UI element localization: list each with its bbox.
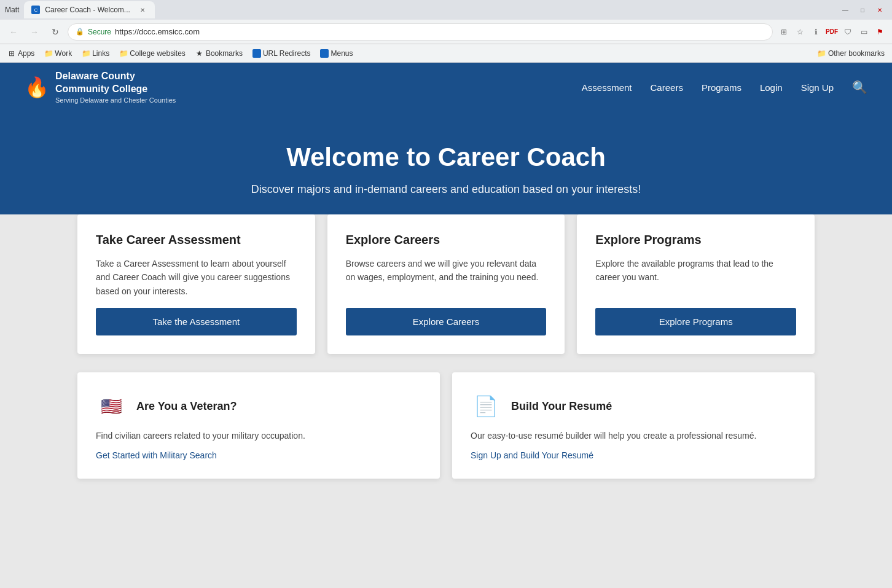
secure-icon: 🔒: [76, 28, 84, 36]
bookmark-links-label: Links: [92, 49, 109, 58]
url-redirects-icon: [252, 49, 261, 58]
forward-btn[interactable]: →: [26, 23, 43, 41]
info-btn[interactable]: ℹ: [808, 25, 823, 39]
bookmark-url-redirects-label: URL Redirects: [263, 49, 311, 58]
nav-menu: Assessment Careers Programs Login Sign U…: [582, 80, 867, 95]
bookmark-work[interactable]: 📁 Work: [42, 48, 74, 59]
apps-icon: ⊞: [7, 49, 16, 58]
shield-btn[interactable]: 🛡: [840, 25, 855, 39]
nav-login[interactable]: Login: [760, 82, 783, 93]
card-programs-title: Explore Programs: [595, 233, 796, 247]
work-folder-icon: 📁: [44, 49, 53, 58]
cards-grid: Take Career Assessment Take a Career Ass…: [77, 214, 815, 354]
hero-title: Welcome to Career Coach: [25, 143, 867, 172]
bookmark-url-redirects[interactable]: URL Redirects: [250, 48, 313, 59]
veteran-card: 🇺🇸 Are You a Veteran? Find civilian care…: [77, 372, 440, 478]
bookmark-work-label: Work: [55, 49, 72, 58]
card-careers-title: Explore Careers: [346, 233, 547, 247]
resume-card: 📄 Build Your Resumé Our easy-to-use resu…: [452, 372, 815, 478]
bottom-cards-grid: 🇺🇸 Are You a Veteran? Find civilian care…: [77, 372, 815, 478]
extensions-btn[interactable]: ⊞: [777, 25, 791, 39]
cards-section: Take Career Assessment Take a Career Ass…: [0, 214, 892, 354]
nav-careers[interactable]: Careers: [651, 82, 683, 93]
flag-btn[interactable]: ⚑: [872, 25, 887, 39]
tab-favicon: C: [31, 6, 40, 14]
bottom-cards-section: 🇺🇸 Are You a Veteran? Find civilian care…: [0, 354, 892, 503]
website: 🔥 Delaware County Community College Serv…: [0, 63, 892, 503]
reload-btn[interactable]: ↻: [47, 23, 64, 41]
card-programs-desc: Explore the available programs that lead…: [595, 257, 796, 298]
menus-icon: [320, 49, 329, 58]
bookmark-other-label: Other bookmarks: [828, 49, 885, 58]
bookmark-star-btn[interactable]: ☆: [792, 25, 807, 39]
minimize-btn[interactable]: —: [838, 5, 853, 15]
pdf-btn[interactable]: PDF: [824, 25, 839, 39]
bookmark-links[interactable]: 📁 Links: [79, 48, 112, 59]
college-name-line2: Community College: [55, 83, 176, 96]
logo-area: 🔥 Delaware County Community College Serv…: [25, 70, 176, 104]
logo-text: Delaware County Community College Servin…: [55, 70, 176, 104]
resume-card-desc: Our easy-to-use resumé builder will help…: [471, 429, 796, 442]
address-bar: ← → ↻ 🔒 Secure https://dccc.emsicc.com ⊞…: [0, 20, 892, 44]
page-content: 🔥 Delaware County Community College Serv…: [0, 63, 892, 588]
bookmark-menus[interactable]: Menus: [318, 48, 355, 59]
title-bar: Matt C Career Coach - Welcom... ✕ — □ ✕: [0, 0, 892, 20]
window-controls: — □ ✕: [838, 5, 887, 15]
card-careers-desc: Browse careers and we will give you rele…: [346, 257, 547, 298]
veteran-card-header: 🇺🇸 Are You a Veteran?: [96, 391, 421, 421]
card-programs: Explore Programs Explore the available p…: [577, 214, 815, 354]
bookmark-bookmarks-label: Bookmarks: [206, 49, 243, 58]
college-folder-icon: 📁: [119, 49, 128, 58]
bookmark-menus-label: Menus: [331, 49, 353, 58]
star-icon: ★: [195, 49, 204, 58]
document-icon: 📄: [471, 391, 501, 421]
college-serving: Serving Delaware and Chester Counties: [55, 96, 176, 104]
address-actions: ⊞ ☆ ℹ PDF 🛡 ▭ ⚑: [777, 25, 887, 39]
bookmark-other[interactable]: 📁 Other bookmarks: [815, 48, 887, 59]
secure-label: Secure: [88, 28, 111, 36]
url-bar[interactable]: 🔒 Secure https://dccc.emsicc.com: [68, 23, 773, 41]
site-header: 🔥 Delaware County Community College Serv…: [0, 63, 892, 112]
hero-subtitle: Discover majors and in-demand careers an…: [25, 183, 867, 196]
flame-icon: 🔥: [25, 76, 49, 99]
tab-close-btn[interactable]: ✕: [138, 5, 147, 15]
military-search-link[interactable]: Get Started with Military Search: [96, 450, 421, 460]
browser-frame: Matt C Career Coach - Welcom... ✕ — □ ✕ …: [0, 0, 892, 588]
cast-btn[interactable]: ▭: [856, 25, 871, 39]
take-assessment-button[interactable]: Take the Assessment: [96, 308, 297, 335]
bookmark-bookmarks[interactable]: ★ Bookmarks: [193, 48, 245, 59]
nav-signup[interactable]: Sign Up: [801, 82, 834, 93]
card-assessment-desc: Take a Career Assessment to learn about …: [96, 257, 297, 298]
us-flag-icon: 🇺🇸: [96, 391, 127, 421]
browser-tab[interactable]: C Career Coach - Welcom... ✕: [24, 1, 155, 18]
bookmark-college-label: College websites: [130, 49, 186, 58]
nav-programs[interactable]: Programs: [702, 82, 741, 93]
card-assessment-title: Take Career Assessment: [96, 233, 297, 247]
user-label: Matt: [5, 6, 19, 14]
explore-careers-button[interactable]: Explore Careers: [346, 308, 547, 335]
close-btn[interactable]: ✕: [872, 5, 887, 15]
other-bookmarks-icon: 📁: [818, 49, 826, 58]
college-name-line1: Delaware County: [55, 70, 176, 83]
card-careers: Explore Careers Browse careers and we wi…: [327, 214, 565, 354]
bookmark-apps[interactable]: ⊞ Apps: [5, 48, 37, 59]
card-assessment: Take Career Assessment Take a Career Ass…: [77, 214, 315, 354]
bookmarks-bar: ⊞ Apps 📁 Work 📁 Links 📁 College websites…: [0, 44, 892, 63]
links-folder-icon: 📁: [82, 49, 90, 58]
tab-title: Career Coach - Welcom...: [45, 6, 130, 14]
bookmark-college-websites[interactable]: 📁 College websites: [117, 48, 188, 59]
resume-card-header: 📄 Build Your Resumé: [471, 391, 796, 421]
back-btn[interactable]: ←: [5, 23, 22, 41]
search-icon[interactable]: 🔍: [852, 80, 867, 95]
nav-assessment[interactable]: Assessment: [582, 82, 632, 93]
veteran-card-title: Are You a Veteran?: [136, 400, 237, 413]
explore-programs-button[interactable]: Explore Programs: [595, 308, 796, 335]
maximize-btn[interactable]: □: [855, 5, 870, 15]
resume-signup-link[interactable]: Sign Up and Build Your Resumé: [471, 450, 796, 460]
url-text: https://dccc.emsicc.com: [115, 27, 200, 36]
veteran-card-desc: Find civilian careers related to your mi…: [96, 429, 421, 442]
bookmark-apps-label: Apps: [18, 49, 34, 58]
resume-card-title: Build Your Resumé: [511, 400, 612, 413]
